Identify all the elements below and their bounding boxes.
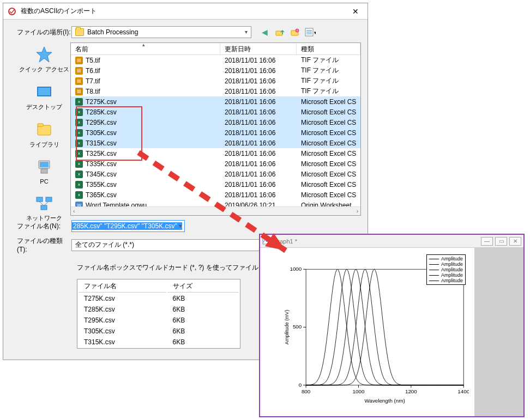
tif-file-icon: ▤ (75, 77, 83, 85)
file-list-header: 名前 ▴ 更新日時 種類 (71, 43, 360, 55)
folder-icon (75, 28, 84, 36)
horizontal-scrollbar[interactable]: ‹› (71, 206, 360, 215)
csv-file-icon: x (75, 119, 83, 126)
file-row[interactable]: xT305K.csv2018/11/01 16:06Microsoft Exce… (71, 127, 360, 138)
file-list: 名前 ▴ 更新日時 種類 ▤T5.tif2018/11/01 16:06TIF … (70, 42, 361, 216)
file-row[interactable]: ▤T7.tif2018/11/01 16:06TIF ファイル (71, 76, 360, 86)
place-quick-access-icon (34, 45, 54, 64)
place-network[interactable]: ネットワーク (26, 193, 62, 222)
file-row[interactable]: xT365K.csv2018/11/01 16:06Microsoft Exce… (71, 190, 360, 200)
file-row[interactable]: xT345K.csv2018/11/01 16:06Microsoft Exce… (71, 169, 360, 179)
svg-line-21 (44, 202, 49, 205)
svg-point-3 (296, 29, 299, 32)
svg-rect-18 (46, 197, 52, 202)
svg-text:Amplitude (mV): Amplitude (mV) (284, 310, 290, 345)
csv-file-icon: x (75, 191, 83, 199)
new-folder-icon[interactable] (290, 27, 300, 38)
selected-files-table: ファイル名 サイズ T275K.csv6KBT285K.csv6KBT295K.… (77, 279, 240, 349)
place-desktop[interactable]: デスクトップ (26, 82, 62, 111)
file-list-body[interactable]: ▤T5.tif2018/11/01 16:06TIF ファイル▤T6.tif20… (71, 55, 360, 206)
minimize-button[interactable]: — (481, 237, 493, 246)
legend-entry: Amplitude (429, 261, 463, 267)
place-libraries-icon (34, 120, 54, 139)
column-type-header[interactable]: 種類 (297, 43, 360, 54)
close-button[interactable]: ✕ (343, 3, 368, 20)
column-date-header[interactable]: 更新日時 (220, 43, 297, 54)
svg-point-0 (9, 8, 15, 15)
graph-titlebar: Graph1 * — ▭ ✕ (260, 235, 523, 248)
graph-app-icon (262, 237, 270, 246)
selected-file-row[interactable]: T275K.csv6KB (79, 294, 239, 303)
selected-table-header-size[interactable]: サイズ (167, 281, 239, 293)
selected-file-row[interactable]: T305K.csv6KB (79, 326, 239, 336)
filename-label: ファイル名(N): (17, 222, 71, 231)
svg-marker-9 (37, 47, 52, 62)
plot-area: AmplitudeAmplitudeAmplitudeAmplitudeAmpl… (260, 248, 474, 416)
view-menu-icon[interactable]: ▾ (305, 27, 316, 38)
chevron-down-icon: ▾ (179, 223, 182, 229)
csv-file-icon: x (75, 171, 83, 178)
place-libraries[interactable]: ライブラリ (29, 120, 59, 149)
filetype-label: ファイルの種類(T): (17, 236, 71, 253)
maximize-button[interactable]: ▭ (495, 237, 507, 246)
selected-table-header-name[interactable]: ファイル名 (79, 281, 166, 293)
legend-entry: Amplitude (429, 272, 463, 278)
file-row[interactable]: xT285K.csv2018/11/01 16:06Microsoft Exce… (71, 107, 360, 117)
chevron-down-icon: ▾ (245, 29, 248, 35)
wks-file-icon: W (75, 202, 83, 207)
place-pc-icon (34, 157, 54, 177)
csv-file-icon: x (75, 181, 83, 188)
column-name-header[interactable]: 名前 ▴ (71, 43, 220, 54)
svg-text:0: 0 (299, 382, 302, 388)
graph-side-panel (474, 248, 523, 416)
navigation-toolbar: ◀ ▾ (259, 27, 316, 38)
svg-text:1200: 1200 (405, 388, 417, 394)
svg-text:Wavelength (nm): Wavelength (nm) (365, 398, 405, 404)
svg-line-20 (39, 202, 44, 205)
chart-svg: 800100012001400Wavelength (nm)05001000Am… (282, 264, 469, 405)
tif-file-icon: ▤ (75, 67, 83, 75)
dialog-title: 複数のASCIIのインポート (21, 7, 343, 16)
file-row[interactable]: xT355K.csv2018/11/01 16:06Microsoft Exce… (71, 179, 360, 190)
csv-file-icon: x (75, 150, 83, 157)
graph-window-title: Graph1 * (273, 238, 481, 245)
file-row[interactable]: xT295K.csv2018/11/01 16:06Microsoft Exce… (71, 117, 360, 127)
selected-file-row[interactable]: T295K.csv6KB (79, 315, 239, 325)
graph-window: Graph1 * — ▭ ✕ AmplitudeAmplitudeAmplitu… (259, 234, 525, 417)
tif-file-icon: ▤ (75, 88, 83, 95)
svg-rect-13 (38, 124, 43, 126)
legend: AmplitudeAmplitudeAmplitudeAmplitudeAmpl… (426, 254, 466, 285)
legend-entry: Amplitude (429, 267, 463, 272)
lookin-label: ファイルの場所(I): (17, 28, 71, 37)
selected-file-row[interactable]: T315K.csv6KB (79, 337, 239, 347)
legend-entry: Amplitude (429, 256, 463, 261)
svg-text:▾: ▾ (314, 30, 316, 35)
up-folder-icon[interactable] (274, 27, 285, 38)
selected-file-row[interactable]: T285K.csv6KB (79, 305, 239, 314)
file-row[interactable]: xT275K.csv2018/11/01 16:06Microsoft Exce… (71, 96, 360, 107)
place-desktop-icon (34, 82, 54, 102)
csv-file-icon: x (75, 139, 83, 147)
file-row[interactable]: ▤T8.tif2018/11/01 16:06TIF ファイル (71, 86, 360, 96)
csv-file-icon: x (75, 108, 83, 116)
file-row[interactable]: xT315K.csv2018/11/01 16:06Microsoft Exce… (71, 138, 360, 148)
legend-entry: Amplitude (429, 278, 463, 283)
file-row[interactable]: xT335K.csv2018/11/01 16:06Microsoft Exce… (71, 159, 360, 169)
filename-input[interactable]: 285K.csv" "T295K.csv" "T305K.csv" ▾ (71, 220, 185, 232)
svg-text:1000: 1000 (290, 266, 302, 272)
file-row[interactable]: ▤T5.tif2018/11/01 16:06TIF ファイル (71, 55, 360, 65)
svg-rect-12 (38, 125, 51, 135)
file-row[interactable]: ▤T6.tif2018/11/01 16:06TIF ファイル (71, 65, 360, 76)
svg-rect-15 (40, 162, 49, 167)
sort-indicator-icon: ▴ (142, 42, 145, 47)
folder-combo[interactable]: Batch Processing ▾ (71, 26, 251, 38)
file-row[interactable]: xT325K.csv2018/11/01 16:06Microsoft Exce… (71, 148, 360, 159)
csv-file-icon: x (75, 160, 83, 168)
file-row[interactable]: WWord Template.ogwu2019/06/26 10:21Origi… (71, 200, 360, 206)
svg-text:1400: 1400 (457, 388, 469, 394)
place-pc[interactable]: PC (34, 157, 54, 185)
place-quick-access[interactable]: クイック アクセス (19, 45, 69, 74)
back-icon[interactable]: ◀ (259, 27, 270, 38)
csv-file-icon: x (75, 129, 83, 137)
close-button[interactable]: ✕ (509, 237, 521, 246)
